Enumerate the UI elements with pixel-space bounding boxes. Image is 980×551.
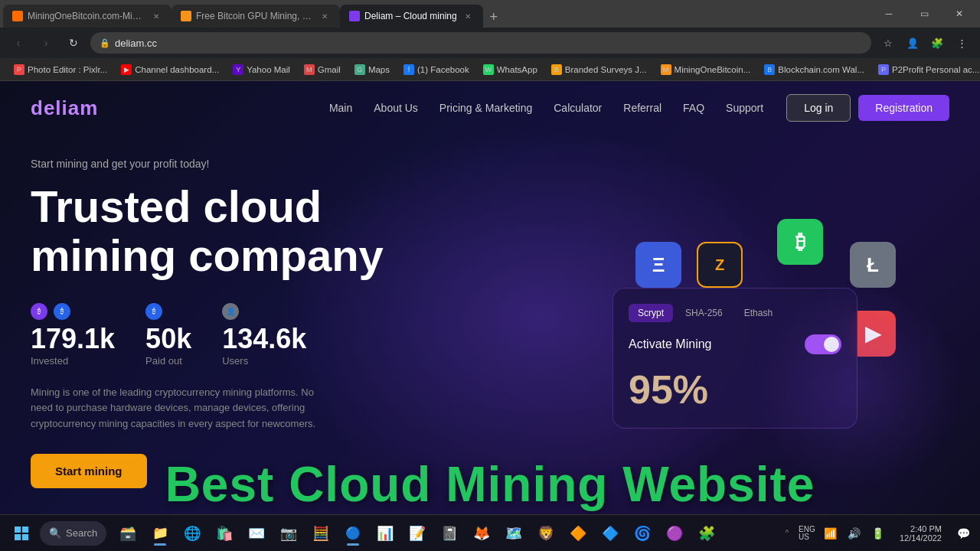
taskbar-app-mail[interactable]: ✉️ — [241, 518, 272, 549]
bookmark-maps-label: Maps — [368, 65, 390, 74]
bookmark-pixlr[interactable]: P Photo Editor : Pixlr... — [8, 62, 113, 77]
bookmark-yahoo[interactable]: Y Yahoo Mail — [227, 62, 296, 77]
taskbar-app-app3[interactable]: 🌀 — [627, 518, 658, 549]
tab-1-close[interactable]: ✕ — [150, 10, 162, 22]
taskbar-app-widgets[interactable]: 🗃️ — [113, 518, 143, 549]
taskbar-app-edge[interactable]: 🌐 — [177, 518, 207, 549]
tab-1[interactable]: MiningOneBitcoin.com-Mining ... ✕ — [3, 5, 172, 28]
stat-users: 👤 134.6k Users — [222, 303, 306, 367]
stat-invested-icon2: ₿ — [54, 303, 70, 320]
bookmark-p2profit-icon: P — [878, 64, 889, 75]
bookmark-miningone-icon: M — [661, 64, 671, 75]
hero-title: Trusted cloud mining company — [31, 182, 475, 280]
tray-time-text: 2:40 PM — [910, 524, 942, 533]
taskbar-app-photos[interactable]: 📷 — [273, 518, 304, 549]
nav-main[interactable]: Main — [329, 102, 352, 114]
bookmark-miningone[interactable]: M MiningOneBitcoin... — [655, 62, 757, 77]
tab-2[interactable]: Free Bitcoin GPU Mining, Cloud ... ✕ — [172, 5, 340, 28]
tab-1-favicon — [12, 11, 23, 21]
taskbar-app-app2[interactable]: 🔷 — [595, 518, 626, 549]
taskbar-app-app5[interactable]: 🧩 — [691, 518, 722, 549]
tab-bar: MiningOneBitcoin.com-Mining ... ✕ Free B… — [0, 0, 980, 28]
svg-rect-1 — [22, 527, 28, 533]
bookmark-blockchain[interactable]: B Blockchain.com Wal... — [758, 62, 871, 77]
hero-section: Start mining and get your profit today! … — [0, 135, 980, 488]
main-page: deliam Main About Us Pricing & Marketing… — [0, 81, 980, 551]
tray-language[interactable]: ENG US — [796, 523, 818, 544]
start-mining-button[interactable]: Start mining — [31, 454, 147, 488]
taskbar-app-word[interactable]: 📝 — [402, 518, 433, 549]
taskbar-app-files[interactable]: 📁 — [145, 518, 175, 549]
tray-battery[interactable]: 🔋 — [867, 523, 889, 544]
tray-clock[interactable]: 2:40 PM 12/14/2022 — [893, 524, 948, 543]
taskbar-app-app4[interactable]: 🟣 — [659, 518, 690, 549]
back-button[interactable]: ‹ — [8, 32, 29, 54]
nav-support[interactable]: Support — [726, 102, 763, 114]
start-button[interactable] — [6, 518, 37, 549]
tray-show-hidden[interactable]: ^ — [782, 518, 792, 549]
minimize-button[interactable]: ─ — [871, 0, 906, 28]
bookmark-pixlr-icon: P — [14, 64, 24, 75]
close-button[interactable]: ✕ — [942, 0, 977, 28]
hero-description: Mining is one of the leading cryptocurre… — [31, 385, 322, 432]
bookmark-maps[interactable]: G Maps — [348, 62, 396, 77]
hero-title-line1: Trusted cloud — [31, 181, 322, 231]
tray-network[interactable]: 📶 — [820, 523, 841, 544]
taskbar-app-calc[interactable]: 🧮 — [305, 518, 336, 549]
bookmark-gmail[interactable]: M Gmail — [298, 62, 347, 77]
taskbar-app-map[interactable]: 🗺️ — [498, 518, 529, 549]
extension-icon[interactable]: 🧩 — [926, 32, 948, 54]
reload-button[interactable]: ↻ — [63, 32, 84, 54]
taskbar-app-firefox[interactable]: 🦊 — [466, 518, 497, 549]
nav-pricing[interactable]: Pricing & Marketing — [439, 102, 532, 114]
search-icon: 🔍 — [49, 527, 61, 539]
tab-3[interactable]: Deliam – Cloud mining ✕ — [340, 5, 483, 28]
bookmark-branded[interactable]: B Branded Surveys J... — [545, 62, 653, 77]
taskbar-app-brave[interactable]: 🦁 — [531, 518, 561, 549]
security-icon: 🔒 — [100, 38, 110, 48]
tab-3-close[interactable]: ✕ — [462, 10, 474, 22]
taskbar-app-excel[interactable]: 📊 — [370, 518, 400, 549]
nav-about[interactable]: About Us — [374, 102, 418, 114]
bookmark-channel[interactable]: ▶ Channel dashboard... — [115, 62, 225, 77]
taskbar-app-store[interactable]: 🛍️ — [209, 518, 240, 549]
maximize-button[interactable]: ▭ — [906, 0, 942, 28]
address-bar: ‹ › ↻ 🔒 deliam.cc ☆ 👤 🧩 ⋮ — [0, 28, 980, 58]
tray-lang-text: ENG US — [799, 526, 815, 541]
bookmark-facebook-icon: f — [403, 64, 414, 75]
navbar: deliam Main About Us Pricing & Marketing… — [0, 81, 980, 135]
stat-invested-icon1: ₿ — [31, 303, 47, 320]
forward-button[interactable]: › — [35, 32, 57, 54]
stat-paidout-number: 50k — [145, 323, 191, 355]
bookmark-gmail-icon: M — [304, 64, 315, 75]
taskbar-app-app1[interactable]: 🔶 — [563, 518, 593, 549]
url-bar[interactable]: 🔒 deliam.cc — [90, 32, 871, 54]
nav-calculator[interactable]: Calculator — [554, 102, 602, 114]
settings-icon[interactable]: ⋮ — [951, 32, 972, 54]
bookmark-icon[interactable]: ☆ — [877, 32, 899, 54]
bookmark-channel-label: Channel dashboard... — [135, 65, 219, 74]
tray-notifications[interactable]: 💬 — [952, 523, 974, 544]
bookmarks-bar: P Photo Editor : Pixlr... ▶ Channel dash… — [0, 58, 980, 81]
bookmark-facebook[interactable]: f (1) Facebook — [397, 62, 475, 77]
logo-text: deliam — [31, 96, 98, 119]
taskbar-app-onenote[interactable]: 📓 — [434, 518, 465, 549]
tray-volume[interactable]: 🔊 — [844, 523, 865, 544]
bookmark-whatsapp[interactable]: W WhatsApp — [477, 62, 544, 77]
stat-users-label: Users — [222, 355, 306, 367]
bookmark-p2profit[interactable]: P P2Profit Personal ac... — [872, 62, 980, 77]
login-button[interactable]: Log in — [786, 94, 851, 122]
register-button[interactable]: Registration — [858, 95, 949, 121]
tab-2-close[interactable]: ✕ — [318, 10, 331, 22]
new-tab-button[interactable]: + — [483, 6, 505, 28]
stat-invested-label: Invested — [31, 355, 115, 367]
taskbar-app-chrome[interactable]: 🔵 — [338, 518, 368, 549]
nav-referral[interactable]: Referral — [623, 102, 662, 114]
bookmark-channel-icon: ▶ — [121, 64, 132, 75]
taskbar-search[interactable]: 🔍 Search — [40, 521, 106, 546]
bookmark-p2profit-label: P2Profit Personal ac... — [892, 65, 979, 74]
site-logo[interactable]: deliam — [31, 96, 98, 120]
nav-faq[interactable]: FAQ — [683, 102, 704, 114]
bookmark-whatsapp-label: WhatsApp — [497, 65, 537, 74]
profile-icon[interactable]: 👤 — [902, 32, 923, 54]
